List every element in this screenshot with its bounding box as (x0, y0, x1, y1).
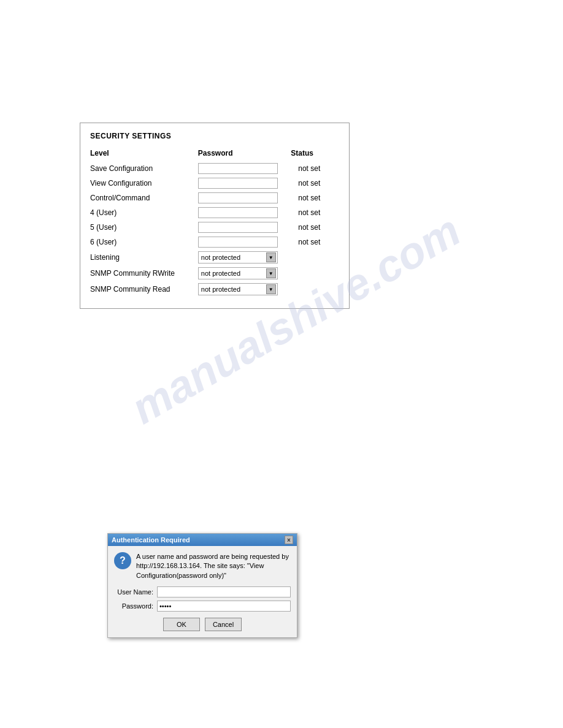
row-status-5: not set (291, 235, 339, 249)
row-label-2: Control/Command (90, 191, 193, 205)
password-label: Password: (114, 602, 157, 610)
row-label-0: Save Configuration (90, 161, 193, 176)
dropdown-row: Listeningnot protectedprotected▼ (90, 249, 339, 265)
dropdown-label-2: SNMP Community Read (90, 281, 193, 297)
row-label-4: 5 (User) (90, 220, 193, 235)
row-input-0[interactable] (193, 161, 291, 176)
dropdown-row: SNMP Community RWritenot protectedprotec… (90, 265, 339, 281)
column-header-status: Status (291, 148, 339, 161)
dropdown-cell-0[interactable]: not protectedprotected▼ (193, 249, 339, 265)
dropdown-select-0[interactable]: not protectedprotected (199, 252, 277, 263)
dropdown-select-1[interactable]: not protectedprotected (199, 268, 277, 279)
auth-dialog-titlebar: Authentication Required × (108, 534, 297, 546)
auth-dialog-close-button[interactable]: × (285, 536, 293, 544)
auth-buttons: OK Cancel (114, 618, 291, 631)
dropdown-wrapper-1[interactable]: not protectedprotected▼ (198, 267, 278, 279)
row-status-2: not set (291, 191, 339, 205)
table-row: 4 (User)not set (90, 205, 339, 220)
row-label-5: 6 (User) (90, 235, 193, 249)
row-input-5[interactable] (193, 235, 291, 249)
dropdown-label-1: SNMP Community RWrite (90, 265, 193, 281)
dropdown-select-2[interactable]: not protectedprotected (199, 284, 277, 295)
row-input-2[interactable] (193, 191, 291, 205)
row-label-3: 4 (User) (90, 205, 193, 220)
dropdown-wrapper-0[interactable]: not protectedprotected▼ (198, 251, 278, 264)
dropdown-cell-1[interactable]: not protectedprotected▼ (193, 265, 339, 281)
security-settings-panel: SECURITY SETTINGS Level Password Status … (80, 123, 350, 309)
table-row: View Configurationnot set (90, 176, 339, 191)
table-row: 5 (User)not set (90, 220, 339, 235)
table-row: Control/Commandnot set (90, 191, 339, 205)
auth-dialog: Authentication Required × ? A user name … (107, 533, 297, 638)
row-status-4: not set (291, 220, 339, 235)
password-field-3[interactable] (198, 207, 278, 218)
row-input-4[interactable] (193, 220, 291, 235)
row-input-3[interactable] (193, 205, 291, 220)
password-field-4[interactable] (198, 222, 278, 233)
cancel-button[interactable]: Cancel (205, 618, 242, 631)
username-label: User Name: (114, 588, 157, 596)
table-row: 6 (User)not set (90, 235, 339, 249)
auth-dialog-icon: ? (114, 552, 131, 569)
column-header-password: Password (193, 148, 291, 161)
row-status-3: not set (291, 205, 339, 220)
dropdown-label-0: Listening (90, 249, 193, 265)
column-header-level: Level (90, 148, 193, 161)
username-input[interactable] (157, 586, 291, 597)
auth-dialog-title: Authentication Required (112, 536, 190, 544)
username-row: User Name: (114, 586, 291, 597)
panel-title: SECURITY SETTINGS (90, 132, 339, 140)
row-input-1[interactable] (193, 176, 291, 191)
row-label-1: View Configuration (90, 176, 193, 191)
password-input[interactable] (157, 601, 291, 612)
table-row: Save Configurationnot set (90, 161, 339, 176)
ok-button[interactable]: OK (163, 618, 200, 631)
row-status-1: not set (291, 176, 339, 191)
auth-dialog-message: A user name and password are being reque… (136, 552, 291, 580)
password-field-2[interactable] (198, 192, 278, 203)
row-status-0: not set (291, 161, 339, 176)
auth-dialog-body: ? A user name and password are being req… (108, 546, 297, 637)
password-row: Password: (114, 601, 291, 612)
password-field-1[interactable] (198, 178, 278, 189)
auth-message-row: ? A user name and password are being req… (114, 552, 291, 580)
password-field-5[interactable] (198, 237, 278, 248)
dropdown-row: SNMP Community Readnot protectedprotecte… (90, 281, 339, 297)
dropdown-wrapper-2[interactable]: not protectedprotected▼ (198, 283, 278, 295)
password-field-0[interactable] (198, 163, 278, 174)
settings-table: Level Password Status Save Configuration… (90, 148, 339, 297)
dropdown-cell-2[interactable]: not protectedprotected▼ (193, 281, 339, 297)
